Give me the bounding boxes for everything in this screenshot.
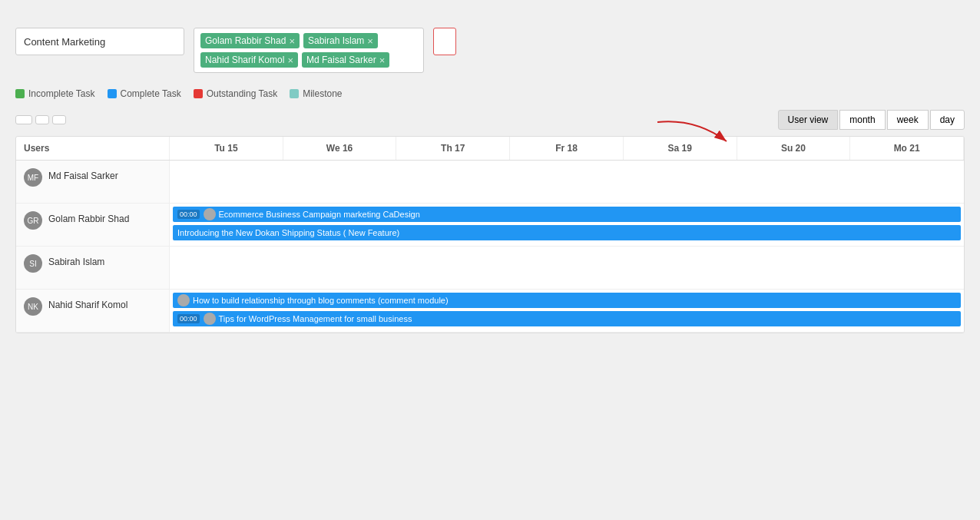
view-btn-user-view[interactable]: User view (778, 110, 839, 130)
event-avatar (177, 294, 190, 306)
nav-group (15, 115, 66, 124)
calendar-header: User viewmonthweekday (15, 110, 965, 130)
table-row: NK Nahid Sharif Komol How to build relat… (16, 290, 964, 333)
calendar-wrapper: User viewmonthweekday UsersTu 15We 16Th … (15, 110, 965, 333)
col-header-day: Fr 18 (510, 137, 624, 160)
user-name: Nahid Sharif Komol (48, 297, 127, 310)
assignee-tag-grs: Golam Rabbir Shad× (200, 33, 300, 48)
legend-color (15, 89, 25, 98)
calendar-grid: UsersTu 15We 16Th 17Fr 18Sa 19Su 20Mo 21… (15, 136, 965, 333)
col-header-day: Tu 15 (170, 137, 283, 160)
legend-color (194, 89, 203, 98)
view-buttons: User viewmonthweekday (778, 110, 965, 130)
event-text: Introducing the New Dokan Shipping Statu… (177, 228, 399, 237)
legend-item: Incomplete Task (15, 88, 95, 99)
user-cell: GR Golam Rabbir Shad (16, 204, 170, 246)
events-span (170, 247, 964, 289)
col-header-day: We 16 (283, 137, 397, 160)
next-button[interactable] (52, 115, 66, 124)
table-row: MF Md Faisal Sarker (16, 161, 964, 204)
tag-label: Md Faisal Sarker (306, 55, 376, 65)
legend-label: Milestone (303, 88, 342, 99)
tag-remove[interactable]: × (287, 55, 293, 65)
legend-item: Outstanding Task (194, 88, 278, 99)
tag-remove[interactable]: × (367, 36, 373, 46)
event-bar[interactable]: How to build relationship through blog c… (173, 293, 961, 308)
user-name: Sabirah Islam (48, 254, 104, 267)
tag-label: Golam Rabbir Shad (205, 35, 286, 46)
view-btn-day[interactable]: day (930, 110, 965, 130)
event-bar[interactable]: 00:00Ecommerce Business Campaign marketi… (173, 207, 961, 222)
assignee-tag-si: Sabirah Islam× (303, 33, 378, 48)
event-avatar (204, 313, 216, 325)
time-badge: 00:00 (177, 314, 200, 323)
assignee-box: Golam Rabbir Shad×Sabirah Islam×Nahid Sh… (194, 28, 424, 73)
user-cell: SI Sabirah Islam (16, 247, 170, 289)
col-header-day: Sa 19 (624, 137, 737, 160)
tag-label: Sabirah Islam (308, 35, 364, 46)
table-row: GR Golam Rabbir Shad 00:00Ecommerce Busi… (16, 204, 964, 247)
avatar: SI (24, 254, 42, 273)
legend-item: Complete Task (108, 88, 181, 99)
col-header-day: Mo 21 (850, 137, 964, 160)
tag-remove[interactable]: × (379, 55, 386, 65)
legend-item: Milestone (290, 88, 342, 99)
table-row: SI Sabirah Islam (16, 247, 964, 290)
legend-row: Incomplete TaskComplete TaskOutstanding … (15, 88, 965, 99)
col-header-day: Su 20 (737, 137, 851, 160)
event-text: Tips for WordPress Management for small … (219, 314, 412, 323)
avatar: GR (24, 211, 42, 230)
avatar: MF (24, 168, 42, 187)
events-span: How to build relationship through blog c… (170, 290, 964, 332)
col-header-users: Users (16, 137, 170, 160)
user-name: Md Faisal Sarker (48, 168, 118, 181)
legend-color (290, 89, 299, 98)
event-avatar (204, 208, 216, 220)
today-button[interactable] (15, 115, 32, 124)
legend-color (108, 89, 117, 98)
user-name: Golam Rabbir Shad (48, 211, 129, 224)
events-span (170, 161, 964, 203)
event-text: Ecommerce Business Campaign marketing Ca… (219, 210, 420, 219)
view-btn-week[interactable]: week (887, 110, 929, 130)
legend-label: Incomplete Task (28, 88, 95, 99)
tag-remove[interactable]: × (289, 36, 295, 46)
grid-header: UsersTu 15We 16Th 17Fr 18Sa 19Su 20Mo 21 (16, 137, 964, 161)
legend-label: Complete Task (121, 88, 181, 99)
assignee-tag-mfs: Md Faisal Sarker× (302, 52, 389, 68)
col-header-day: Th 17 (396, 137, 510, 160)
event-bar[interactable]: Introducing the New Dokan Shipping Statu… (173, 225, 961, 240)
search-input[interactable] (15, 28, 184, 55)
legend-label: Outstanding Task (207, 88, 278, 99)
avatar: NK (24, 297, 42, 316)
user-cell: NK Nahid Sharif Komol (16, 290, 170, 332)
filter-button[interactable] (433, 28, 456, 55)
time-badge: 00:00 (177, 210, 200, 219)
top-bar: Golam Rabbir Shad×Sabirah Islam×Nahid Sh… (15, 28, 965, 73)
prev-button[interactable] (35, 115, 49, 124)
event-bar[interactable]: 00:00Tips for WordPress Management for s… (173, 311, 961, 326)
assignee-tag-nsk: Nahid Sharif Komol× (200, 52, 298, 68)
user-cell: MF Md Faisal Sarker (16, 161, 170, 203)
view-btn-month[interactable]: month (839, 110, 885, 130)
event-text: How to build relationship through blog c… (193, 296, 449, 305)
events-span: 00:00Ecommerce Business Campaign marketi… (170, 204, 964, 246)
tag-label: Nahid Sharif Komol (205, 55, 284, 65)
